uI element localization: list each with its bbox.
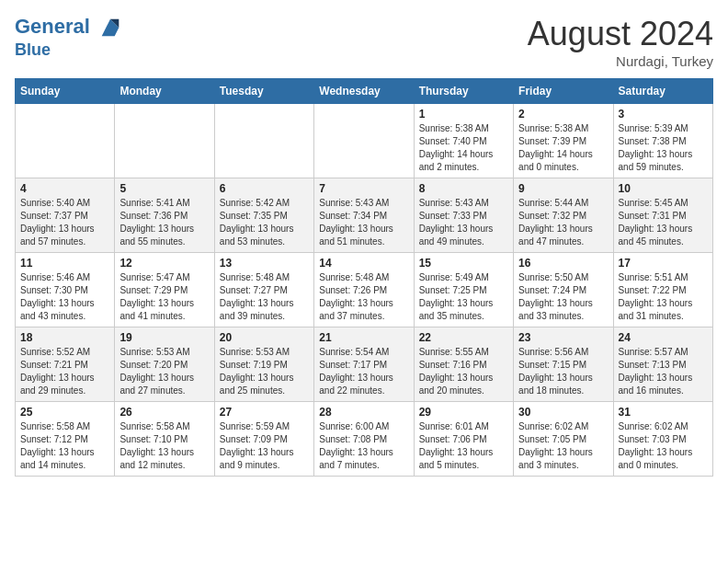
day-info: Sunrise: 5:48 AMSunset: 7:26 PMDaylight:…: [319, 271, 408, 323]
day-number: 24: [619, 331, 708, 344]
calendar-cell: 3Sunrise: 5:39 AMSunset: 7:38 PMDaylight…: [613, 104, 712, 178]
day-info: Sunrise: 6:02 AMSunset: 7:03 PMDaylight:…: [619, 420, 708, 472]
calendar-cell: [115, 104, 214, 178]
day-info: Sunrise: 5:56 AMSunset: 7:15 PMDaylight:…: [518, 346, 608, 397]
calendar-cell: 4Sunrise: 5:40 AMSunset: 7:37 PMDaylight…: [16, 178, 115, 253]
day-number: 12: [119, 257, 209, 270]
calendar-cell: 26Sunrise: 5:58 AMSunset: 7:10 PMDayligh…: [115, 402, 214, 477]
calendar-cell: 17Sunrise: 5:51 AMSunset: 7:22 PMDayligh…: [613, 253, 712, 327]
day-number: 2: [518, 108, 608, 121]
day-number: 31: [619, 406, 708, 419]
day-number: 30: [518, 406, 608, 419]
calendar-cell: 9Sunrise: 5:44 AMSunset: 7:32 PMDaylight…: [514, 178, 613, 253]
day-header-friday: Friday: [514, 79, 613, 104]
day-header-monday: Monday: [115, 79, 214, 104]
day-number: 9: [518, 182, 608, 195]
calendar-cell: [214, 104, 313, 178]
day-info: Sunrise: 6:01 AMSunset: 7:06 PMDaylight:…: [419, 420, 508, 472]
day-info: Sunrise: 5:53 AMSunset: 7:20 PMDaylight:…: [119, 346, 209, 397]
day-info: Sunrise: 5:55 AMSunset: 7:16 PMDaylight:…: [419, 346, 508, 397]
calendar-cell: 27Sunrise: 5:59 AMSunset: 7:09 PMDayligh…: [214, 402, 313, 477]
calendar-cell: 24Sunrise: 5:57 AMSunset: 7:13 PMDayligh…: [613, 327, 712, 402]
day-number: 10: [619, 182, 708, 195]
calendar-cell: 29Sunrise: 6:01 AMSunset: 7:06 PMDayligh…: [414, 402, 513, 477]
day-number: 6: [220, 182, 309, 195]
day-info: Sunrise: 5:58 AMSunset: 7:10 PMDaylight:…: [119, 420, 209, 472]
day-number: 8: [419, 182, 508, 195]
calendar-cell: 2Sunrise: 5:38 AMSunset: 7:39 PMDaylight…: [514, 104, 613, 178]
day-number: 3: [619, 108, 708, 121]
calendar-cell: 30Sunrise: 6:02 AMSunset: 7:05 PMDayligh…: [514, 402, 613, 477]
calendar-cell: 6Sunrise: 5:42 AMSunset: 7:35 PMDaylight…: [214, 178, 313, 253]
day-info: Sunrise: 5:38 AMSunset: 7:40 PMDaylight:…: [419, 122, 508, 174]
calendar-cell: [314, 104, 414, 178]
day-number: 4: [20, 182, 109, 195]
day-header-tuesday: Tuesday: [214, 79, 313, 104]
title-block: August 2024 Nurdagi, Turkey: [528, 15, 713, 69]
day-info: Sunrise: 5:38 AMSunset: 7:39 PMDaylight:…: [518, 122, 608, 174]
day-number: 1: [419, 108, 508, 121]
day-header-wednesday: Wednesday: [314, 79, 414, 104]
month-year-title: August 2024: [528, 15, 713, 53]
day-number: 29: [419, 406, 508, 419]
day-info: Sunrise: 5:50 AMSunset: 7:24 PMDaylight:…: [518, 271, 608, 323]
day-info: Sunrise: 5:47 AMSunset: 7:29 PMDaylight:…: [119, 271, 209, 323]
day-number: 14: [319, 257, 408, 270]
calendar-cell: 11Sunrise: 5:46 AMSunset: 7:30 PMDayligh…: [16, 253, 115, 327]
day-info: Sunrise: 5:46 AMSunset: 7:30 PMDaylight:…: [20, 271, 109, 323]
day-info: Sunrise: 5:57 AMSunset: 7:13 PMDaylight:…: [619, 346, 708, 397]
day-info: Sunrise: 5:48 AMSunset: 7:27 PMDaylight:…: [220, 271, 309, 323]
calendar-week-row: 11Sunrise: 5:46 AMSunset: 7:30 PMDayligh…: [16, 253, 713, 327]
day-number: 17: [619, 257, 708, 270]
day-number: 11: [20, 257, 109, 270]
day-header-thursday: Thursday: [414, 79, 513, 104]
location-title: Nurdagi, Turkey: [528, 53, 713, 69]
calendar-cell: 12Sunrise: 5:47 AMSunset: 7:29 PMDayligh…: [115, 253, 214, 327]
calendar-body: 1Sunrise: 5:38 AMSunset: 7:40 PMDaylight…: [16, 104, 713, 477]
calendar-cell: 5Sunrise: 5:41 AMSunset: 7:36 PMDaylight…: [115, 178, 214, 253]
day-info: Sunrise: 6:02 AMSunset: 7:05 PMDaylight:…: [518, 420, 608, 472]
logo-text: General: [15, 15, 123, 40]
day-info: Sunrise: 5:54 AMSunset: 7:17 PMDaylight:…: [319, 346, 408, 397]
day-info: Sunrise: 5:58 AMSunset: 7:12 PMDaylight:…: [20, 420, 109, 472]
calendar-cell: 20Sunrise: 5:53 AMSunset: 7:19 PMDayligh…: [214, 327, 313, 402]
calendar-cell: 25Sunrise: 5:58 AMSunset: 7:12 PMDayligh…: [16, 402, 115, 477]
calendar-cell: 19Sunrise: 5:53 AMSunset: 7:20 PMDayligh…: [115, 327, 214, 402]
calendar-cell: 22Sunrise: 5:55 AMSunset: 7:16 PMDayligh…: [414, 327, 513, 402]
calendar-week-row: 1Sunrise: 5:38 AMSunset: 7:40 PMDaylight…: [16, 104, 713, 178]
day-info: Sunrise: 5:40 AMSunset: 7:37 PMDaylight:…: [20, 197, 109, 248]
day-number: 21: [319, 331, 408, 344]
day-number: 28: [319, 406, 408, 419]
calendar-header-row: SundayMondayTuesdayWednesdayThursdayFrid…: [16, 79, 713, 104]
day-number: 23: [518, 331, 608, 344]
calendar-week-row: 25Sunrise: 5:58 AMSunset: 7:12 PMDayligh…: [16, 402, 713, 477]
day-info: Sunrise: 5:51 AMSunset: 7:22 PMDaylight:…: [619, 271, 708, 323]
calendar-cell: 28Sunrise: 6:00 AMSunset: 7:08 PMDayligh…: [314, 402, 414, 477]
calendar-cell: 16Sunrise: 5:50 AMSunset: 7:24 PMDayligh…: [514, 253, 613, 327]
calendar-cell: 8Sunrise: 5:43 AMSunset: 7:33 PMDaylight…: [414, 178, 513, 253]
calendar-cell: 18Sunrise: 5:52 AMSunset: 7:21 PMDayligh…: [16, 327, 115, 402]
calendar-cell: 13Sunrise: 5:48 AMSunset: 7:27 PMDayligh…: [214, 253, 313, 327]
calendar-cell: 1Sunrise: 5:38 AMSunset: 7:40 PMDaylight…: [414, 104, 513, 178]
calendar-cell: 14Sunrise: 5:48 AMSunset: 7:26 PMDayligh…: [314, 253, 414, 327]
day-number: 25: [20, 406, 109, 419]
day-info: Sunrise: 5:44 AMSunset: 7:32 PMDaylight:…: [518, 197, 608, 248]
day-info: Sunrise: 5:42 AMSunset: 7:35 PMDaylight:…: [220, 197, 309, 248]
day-number: 15: [419, 257, 508, 270]
day-number: 13: [220, 257, 309, 270]
day-header-sunday: Sunday: [16, 79, 115, 104]
day-info: Sunrise: 5:45 AMSunset: 7:31 PMDaylight:…: [619, 197, 708, 248]
day-info: Sunrise: 5:49 AMSunset: 7:25 PMDaylight:…: [419, 271, 508, 323]
day-info: Sunrise: 5:59 AMSunset: 7:09 PMDaylight:…: [220, 420, 309, 472]
calendar-cell: 15Sunrise: 5:49 AMSunset: 7:25 PMDayligh…: [414, 253, 513, 327]
calendar-cell: 7Sunrise: 5:43 AMSunset: 7:34 PMDaylight…: [314, 178, 414, 253]
day-info: Sunrise: 5:43 AMSunset: 7:34 PMDaylight:…: [319, 197, 408, 248]
calendar-week-row: 18Sunrise: 5:52 AMSunset: 7:21 PMDayligh…: [16, 327, 713, 402]
day-number: 22: [419, 331, 508, 344]
day-info: Sunrise: 5:43 AMSunset: 7:33 PMDaylight:…: [419, 197, 508, 248]
day-info: Sunrise: 5:52 AMSunset: 7:21 PMDaylight:…: [20, 346, 109, 397]
day-info: Sunrise: 5:41 AMSunset: 7:36 PMDaylight:…: [119, 197, 209, 248]
page-header: General Blue August 2024 Nurdagi, Turkey: [15, 15, 713, 69]
day-header-saturday: Saturday: [613, 79, 712, 104]
calendar-cell: 10Sunrise: 5:45 AMSunset: 7:31 PMDayligh…: [613, 178, 712, 253]
